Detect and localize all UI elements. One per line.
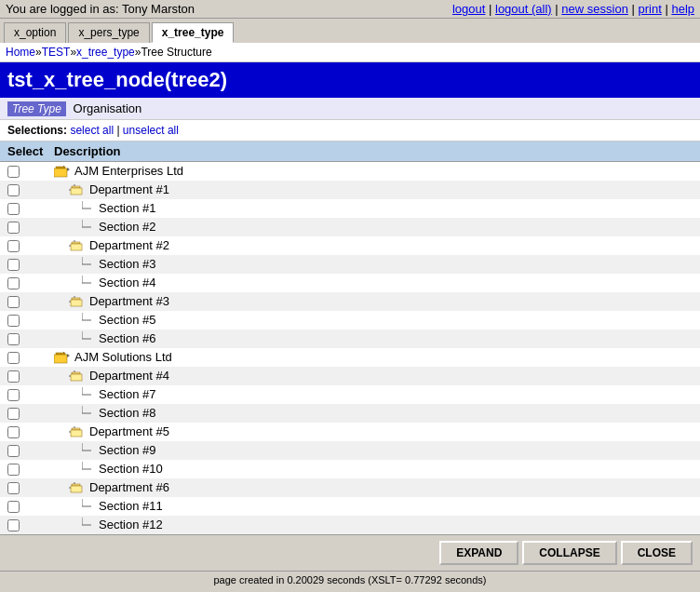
svg-rect-5 [54, 168, 67, 177]
node-label: Department #2 [89, 238, 169, 252]
col-description: Description [54, 144, 693, 158]
tree-type-label: Tree Type [7, 101, 66, 116]
row-checkbox[interactable] [7, 315, 20, 327]
tab-x-pers-type[interactable]: x_pers_type [68, 22, 149, 43]
svg-rect-41 [54, 355, 67, 363]
row-checkbox[interactable] [7, 389, 20, 401]
row-checkbox[interactable] [7, 240, 20, 252]
leaf-connector-icon [82, 201, 99, 215]
leaf-connector-icon [82, 518, 99, 531]
expand-button[interactable]: EXPAND [439, 541, 518, 565]
leaf-connector-icon [82, 406, 99, 420]
tree-type-bar: Tree Type Organisation [0, 98, 700, 120]
breadcrumb-test[interactable]: TEST [42, 46, 71, 59]
row-checkbox[interactable] [7, 166, 20, 178]
row-checkbox[interactable] [7, 259, 20, 271]
tree-row: Department #5 [0, 423, 700, 441]
svg-rect-47 [71, 374, 82, 381]
tree-row: Section #4 [0, 274, 700, 292]
close-button[interactable]: CLOSE [621, 541, 693, 565]
row-checkbox[interactable] [7, 408, 20, 420]
subfolder-expand-icon [69, 294, 89, 308]
table-header: Select Description [0, 141, 700, 162]
select-all-link[interactable]: select all [70, 124, 114, 137]
row-checkbox[interactable] [7, 426, 20, 438]
tree-row: Section #2 [0, 218, 700, 236]
tree-row: Section #11 [0, 497, 700, 516]
row-checkbox[interactable] [7, 501, 20, 513]
page-title: tst_x_tree_node(tree2) [7, 68, 227, 91]
row-checkbox[interactable] [7, 222, 20, 234]
node-label: Section #5 [99, 313, 155, 327]
breadcrumb-home[interactable]: Home [6, 46, 35, 59]
svg-marker-3 [67, 168, 70, 171]
node-label: Section #10 [99, 462, 163, 476]
leaf-connector-icon [82, 257, 99, 271]
print-link[interactable]: print [639, 2, 662, 16]
svg-rect-10 [72, 186, 80, 188]
svg-rect-66 [72, 484, 80, 486]
row-checkbox[interactable] [7, 333, 20, 345]
leaf-connector-icon [82, 462, 99, 476]
logout-all-link[interactable]: logout (all) [495, 2, 552, 16]
breadcrumb: Home»TEST»x_tree_type»Tree Structure [0, 43, 700, 62]
unselect-all-link[interactable]: unselect all [123, 124, 179, 137]
tabs: x_option x_pers_type x_tree_type [0, 19, 700, 43]
node-label: Section #2 [99, 220, 155, 234]
col-select: Select [7, 144, 54, 158]
logout-link[interactable]: logout [452, 2, 485, 16]
svg-marker-39 [67, 354, 70, 357]
row-checkbox[interactable] [7, 277, 20, 289]
node-label: Section #11 [99, 499, 163, 513]
tree-row: Section #3 [0, 255, 700, 274]
logged-in-text: You are logged in as: Tony Marston [6, 2, 195, 16]
leaf-connector-icon [82, 313, 99, 327]
tab-x-option[interactable]: x_option [4, 22, 66, 43]
tab-x-tree-type[interactable]: x_tree_type [152, 22, 235, 43]
new-session-link[interactable]: new session [561, 2, 628, 16]
leaf-connector-icon [82, 220, 99, 234]
tree-row: Department #1 [0, 181, 700, 199]
node-label: Section #7 [99, 387, 155, 401]
svg-rect-20 [72, 242, 80, 244]
row-checkbox[interactable] [7, 370, 20, 383]
row-checkbox[interactable] [7, 203, 20, 215]
status-text: page created in 0.20029 seconds (XSLT= 0… [213, 574, 486, 585]
node-label: Section #1 [99, 201, 155, 215]
collapse-button[interactable]: COLLAPSE [522, 541, 616, 565]
leaf-connector-icon [82, 387, 99, 401]
bottom-buttons: EXPAND COLLAPSE CLOSE [0, 534, 700, 571]
tree-row: Section #5 [0, 311, 700, 330]
subfolder-expand-icon [69, 369, 89, 383]
row-checkbox[interactable] [7, 482, 20, 494]
node-label: Section #4 [99, 276, 155, 289]
row-checkbox[interactable] [7, 445, 20, 457]
subfolder-expand-icon [69, 424, 89, 438]
svg-rect-57 [71, 430, 82, 437]
row-checkbox[interactable] [7, 519, 20, 531]
tree-row: Department #3 [0, 292, 700, 311]
node-label: AJM Enterprises Ltd [74, 164, 183, 178]
node-label: Section #3 [99, 257, 155, 271]
tree-row: Department #4 [0, 367, 700, 385]
page-header: tst_x_tree_node(tree2) [0, 62, 700, 98]
svg-rect-11 [71, 188, 82, 195]
tree-row: Section #1 [0, 199, 700, 218]
tree-row: Section #10 [0, 460, 700, 478]
row-checkbox[interactable] [7, 352, 20, 364]
help-link[interactable]: help [671, 2, 694, 16]
svg-rect-21 [71, 244, 82, 250]
tree-row: Section #7 [0, 385, 700, 404]
row-checkbox[interactable] [7, 184, 20, 196]
node-label: Section #8 [99, 406, 155, 420]
row-checkbox[interactable] [7, 296, 20, 308]
tree-type-value: Organisation [74, 101, 142, 115]
tree-row: AJM Solutions Ltd [0, 348, 700, 367]
node-label: Department #6 [89, 480, 169, 494]
breadcrumb-x-tree-type[interactable]: x_tree_type [76, 46, 135, 59]
svg-rect-56 [72, 428, 80, 430]
row-checkbox[interactable] [7, 464, 20, 476]
node-label: Section #6 [99, 331, 155, 345]
top-links: logout | logout (all) | new session | pr… [452, 2, 694, 16]
svg-rect-31 [71, 300, 82, 306]
